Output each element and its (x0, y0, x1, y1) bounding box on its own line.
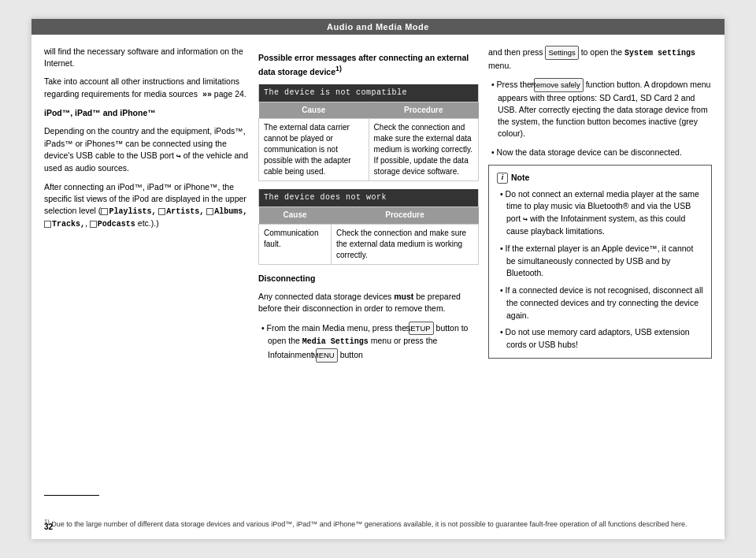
menu-button: MENU (316, 348, 338, 363)
right-bullet2: Now the data storage device can be disco… (488, 147, 712, 158)
podcasts-checkbox-icon (90, 221, 97, 228)
artists-checkbox-icon (158, 208, 165, 215)
left-para4: After connecting an iPod™, iPad™ or iPho… (44, 181, 249, 231)
error-table-1-col2: Procedure (369, 102, 478, 119)
disconnecting-bullet1: From the main Media menu, press the SETU… (258, 322, 479, 363)
header-bar: Audio and Media Mode (32, 19, 724, 35)
error-table-2-header: The device does not work (259, 189, 479, 207)
error-table-1: The device is not compatible Cause Proce… (258, 84, 479, 182)
settings-button: Settings (545, 46, 578, 60)
note-bullet2: If the external player is an Apple devic… (497, 243, 703, 280)
error-table-2-col2: Procedure (332, 207, 479, 225)
error-table-1-row1-cause: The external data carrier cannot be play… (259, 119, 369, 181)
disconnecting-para: Any connected data storage devices must … (258, 291, 479, 314)
tracks-checkbox-icon (44, 221, 51, 228)
error-table-2-col1: Cause (259, 207, 332, 225)
error-table-2-row1-cause: Communication fault. (259, 224, 332, 264)
right-para1: and then press Settings to open the Syst… (488, 46, 712, 72)
content-area: will find the necessary software and inf… (32, 35, 724, 416)
error-table-2: The device does not work Cause Procedure… (258, 189, 479, 265)
note-box: i Note Do not connect an external media … (488, 165, 712, 359)
note-icon: i (497, 173, 508, 184)
column-left: will find the necessary software and inf… (44, 46, 249, 369)
error-table-2-row1-proc: Check the connection and make sure the e… (332, 224, 479, 264)
page-number: 32 (44, 523, 53, 531)
error-table-1-col1: Cause (259, 102, 369, 119)
note-bullet4: Do not use memory card adaptors, USB ext… (497, 326, 703, 352)
left-para3: Depending on the country and the equipme… (44, 125, 249, 174)
header-title: Audio and Media Mode (327, 22, 429, 32)
column-right: and then press Settings to open the Syst… (488, 46, 712, 369)
footnote-content: Due to the large number of different dat… (51, 520, 687, 528)
error-table-1-row1-proc: Check the connection and make sure the e… (369, 119, 478, 181)
note-bullet3: If a connected device is not recognised,… (497, 285, 703, 322)
ipod-section-heading: iPod™, iPad™ and iPhone™ (44, 107, 249, 119)
left-para2: Take into account all other instructions… (44, 76, 249, 101)
page: Audio and Media Mode will find the neces… (32, 19, 724, 539)
footnote-area: 1) Due to the large number of different … (44, 518, 712, 530)
note-bullet1: Do not connect an external media player … (497, 188, 703, 238)
albums-checkbox-icon (206, 208, 213, 215)
remove-safely-button: Remove safely (534, 78, 584, 92)
disconnecting-heading: Disconnecting (258, 273, 479, 285)
error-table-1-header: The device is not compatible (259, 84, 479, 102)
setup-button: SETUP (409, 322, 434, 336)
footer-divider (44, 495, 99, 496)
note-header: i Note (497, 172, 703, 184)
footnote-text: 1) Due to the large number of different … (44, 518, 712, 530)
playlist-checkbox-icon (101, 208, 108, 215)
column-middle: Possible error messages after connecting… (258, 46, 479, 369)
right-bullet1: Press the Remove safely function button.… (488, 78, 712, 140)
left-para1: will find the necessary software and inf… (44, 46, 249, 69)
possible-errors-heading: Possible error messages after connecting… (258, 52, 479, 78)
